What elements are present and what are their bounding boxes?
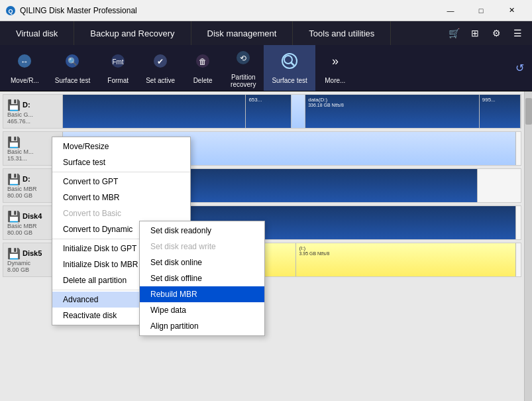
cart-icon-btn[interactable]: 🛒 <box>445 24 463 42</box>
tab-virtual-disk[interactable]: Virtual disk <box>0 21 74 45</box>
tab-disk-management[interactable]: Disk management <box>191 21 293 45</box>
settings-icon-btn[interactable]: ⚙ <box>487 24 505 42</box>
minimize-button[interactable]: — <box>435 0 466 21</box>
delete-icon: 🗑 <box>193 52 212 74</box>
disk1-partitions: 653... data(D:) 336.18 GB Ntfs/8 995... <box>63 95 521 128</box>
title-bar: Q QILING Disk Master Professional — □ ✕ <box>0 0 532 21</box>
sub-set-readonly[interactable]: Set disk readonly <box>140 223 264 239</box>
svg-line-16 <box>291 62 294 66</box>
toolbar-delete-label: Delete <box>193 77 213 85</box>
svg-text:✔: ✔ <box>157 57 164 66</box>
vertical-scrollbar[interactable] <box>524 91 532 401</box>
toolbar-set-active-label: Set active <box>146 77 175 85</box>
close-button[interactable]: ✕ <box>496 0 527 21</box>
toolbar-surface-test-label: Surface test <box>55 77 90 85</box>
toolbar: ↔ Move/R... 🔍 Surface test Fmt Format ✔ <box>0 45 532 91</box>
toolbar-right: ↺ <box>510 45 529 91</box>
disk4-name: Disk4 <box>23 212 42 220</box>
sub-rebuild-mbr[interactable]: Rebuild MBR <box>140 286 264 302</box>
sub-set-offline[interactable]: Set disk offline <box>140 270 264 286</box>
svg-text:⟲: ⟲ <box>240 54 246 63</box>
disk3-size: 80.00 GB <box>7 192 58 199</box>
ctx-surface-test[interactable]: Surface test <box>52 154 190 170</box>
disk3-type: Basic MBR <box>7 186 58 192</box>
toolbar-surface-test2[interactable]: Surface test <box>264 45 315 91</box>
sub-set-read-write: Set disk read write <box>140 239 264 255</box>
toolbar-more[interactable]: » More... <box>315 45 355 91</box>
disk1-part3[interactable] <box>292 95 305 128</box>
sub-align-partition[interactable]: Align partition <box>140 318 264 334</box>
toolbar-delete[interactable]: 🗑 Delete <box>183 45 223 91</box>
disk2-size: 15.31... <box>7 155 58 162</box>
sub-wipe-data[interactable]: Wipe data <box>140 302 264 318</box>
toolbar-set-active[interactable]: ✔ Set active <box>138 45 183 91</box>
menu-icon-btn[interactable]: ☰ <box>508 24 527 42</box>
disk1-name: D: <box>23 101 30 109</box>
surface-test2-icon <box>280 52 299 74</box>
disk1-part1[interactable] <box>63 95 246 128</box>
grid-icon-btn[interactable]: ⊞ <box>466 24 484 42</box>
svg-text:Q: Q <box>8 8 13 15</box>
toolbar-more-label: More... <box>325 77 345 85</box>
disk5-name: Disk5 <box>23 249 42 257</box>
main-content: 💾 D: Basic G... 465.76... 653... data(D:… <box>0 91 532 401</box>
disk5-part3[interactable]: (I:) 3.95 GB Ntfs/8 <box>296 243 516 276</box>
format-icon: Fmt <box>109 52 127 74</box>
toolbar-move-resize-label: Move/R... <box>11 77 39 85</box>
svg-text:🗑: 🗑 <box>199 57 207 66</box>
app-title: QILING Disk Master Professional <box>20 6 435 15</box>
disk4-type: Basic MBR <box>7 223 58 229</box>
disk1-size: 465.76... <box>7 118 58 125</box>
partition-recovery-icon: ⟲ <box>234 48 252 71</box>
app-icon: Q <box>5 5 16 16</box>
scrollbar-thumb[interactable] <box>525 98 532 125</box>
toolbar-partition-recovery[interactable]: ⟲ Partitionrecovery <box>223 45 264 91</box>
ctx-divider-1 <box>52 172 190 172</box>
svg-text:↔: ↔ <box>21 57 28 66</box>
svg-text:Fmt: Fmt <box>113 58 124 66</box>
toolbar-format-label: Format <box>107 77 129 85</box>
disk-label-1: 💾 D: Basic G... 465.76... <box>3 95 63 128</box>
toolbar-surface-test[interactable]: 🔍 Surface test <box>47 45 98 91</box>
disk1-type: Basic G... <box>7 111 58 118</box>
toolbar-utility-icons: 🛒 ⊞ ⚙ ☰ <box>439 21 532 45</box>
disk1-part5[interactable]: 995... <box>480 95 521 128</box>
toolbar-move-resize[interactable]: ↔ Move/R... <box>3 45 47 91</box>
ctx-move-resize[interactable]: Move/Resize <box>52 139 190 154</box>
ctx-convert-basic: Convert to Basic <box>52 205 190 221</box>
surface-test-icon: 🔍 <box>63 52 81 74</box>
menu-tabs: Virtual disk Backup and Recovery Disk ma… <box>0 21 532 45</box>
disk2-type: Basic M... <box>7 148 58 155</box>
toolbar-format[interactable]: Fmt Format <box>98 45 138 91</box>
ctx-convert-mbr[interactable]: Convert to MBR <box>52 190 190 205</box>
toolbar-surface-test2-label: Surface test <box>272 77 307 85</box>
disk1-part2[interactable]: 653... <box>246 95 292 128</box>
submenu: Set disk readonly Set disk read write Se… <box>139 221 265 336</box>
toolbar-partition-recovery-label: Partitionrecovery <box>231 74 256 88</box>
tab-backup-recovery[interactable]: Backup and Recovery <box>74 21 191 45</box>
ctx-convert-gpt[interactable]: Convert to GPT <box>52 174 190 190</box>
set-active-icon: ✔ <box>151 52 170 74</box>
disk1-part4[interactable]: data(D:) 336.18 GB Ntfs/8 <box>305 95 480 128</box>
svg-text:🔍: 🔍 <box>68 56 78 66</box>
disk-row-1: 💾 D: Basic G... 465.76... 653... data(D:… <box>3 94 521 129</box>
tab-tools-utilities[interactable]: Tools and utilities <box>293 21 391 45</box>
disk5-size: 8.00 GB <box>7 266 58 273</box>
refresh-icon[interactable]: ↺ <box>515 62 524 74</box>
disk3-name: D: <box>23 175 30 183</box>
maximize-button[interactable]: □ <box>466 0 496 21</box>
svg-text:»: » <box>332 54 339 68</box>
more-icon: » <box>326 52 345 74</box>
disk5-type: Dynamic <box>7 260 58 266</box>
move-resize-icon: ↔ <box>15 52 34 74</box>
window-controls: — □ ✕ <box>435 0 527 21</box>
sub-set-online[interactable]: Set disk online <box>140 255 264 270</box>
disk4-size: 80.00 GB <box>7 229 58 236</box>
